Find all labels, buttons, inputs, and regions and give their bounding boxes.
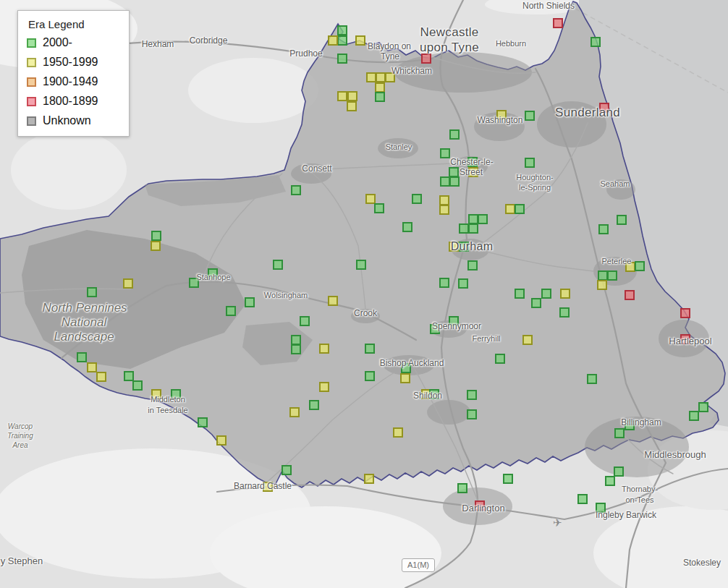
era-marker-2000-[interactable] — [635, 261, 645, 271]
era-marker-2000-[interactable] — [605, 476, 615, 486]
era-marker-2000-[interactable] — [468, 214, 478, 224]
era-marker-1950-1999[interactable] — [319, 382, 329, 392]
era-marker-1950-1999[interactable] — [496, 110, 507, 120]
era-marker-1950-1999[interactable] — [347, 101, 357, 111]
era-marker-2000-[interactable] — [171, 389, 181, 399]
era-marker-2000-[interactable] — [467, 409, 477, 419]
era-marker-2000-[interactable] — [449, 316, 459, 326]
era-marker-2000-[interactable] — [245, 297, 255, 307]
era-marker-2000-[interactable] — [607, 270, 617, 281]
era-marker-1950-1999[interactable] — [364, 474, 374, 484]
era-marker-2000-[interactable] — [375, 92, 385, 102]
era-marker-2000-[interactable] — [291, 335, 301, 345]
era-marker-2000-[interactable] — [365, 344, 375, 354]
era-marker-2000-[interactable] — [337, 25, 347, 35]
era-marker-1950-1999[interactable] — [597, 280, 607, 290]
era-marker-2000-[interactable] — [132, 380, 143, 391]
era-marker-2000-[interactable] — [515, 204, 525, 214]
era-marker-1800-1899[interactable] — [553, 18, 563, 28]
era-marker-1950-1999[interactable] — [439, 195, 449, 205]
era-marker-2000-[interactable] — [531, 298, 541, 308]
era-marker-2000-[interactable] — [77, 352, 87, 362]
era-marker-2000-[interactable] — [273, 260, 283, 270]
era-marker-2000-[interactable] — [525, 111, 535, 121]
era-marker-1950-1999[interactable] — [375, 82, 385, 93]
era-marker-2000-[interactable] — [401, 363, 411, 373]
era-marker-1800-1899[interactable] — [475, 500, 485, 511]
era-marker-1950-1999[interactable] — [393, 427, 403, 438]
era-marker-1950-1999[interactable] — [151, 389, 161, 399]
era-marker-2000-[interactable] — [467, 157, 478, 167]
era-marker-1950-1999[interactable] — [263, 482, 273, 492]
era-marker-2000-[interactable] — [468, 223, 478, 234]
era-marker-2000-[interactable] — [365, 371, 375, 381]
era-marker-1950-1999[interactable] — [449, 242, 459, 252]
era-marker-2000-[interactable] — [429, 389, 439, 399]
era-marker-2000-[interactable] — [300, 316, 310, 326]
era-marker-2000-[interactable] — [617, 215, 627, 225]
era-marker-1950-1999[interactable] — [468, 167, 478, 177]
era-marker-1950-1999[interactable] — [289, 407, 300, 417]
era-marker-2000-[interactable] — [467, 390, 477, 400]
era-marker-2000-[interactable] — [449, 167, 459, 177]
era-marker-1950-1999[interactable] — [522, 335, 533, 345]
era-marker-2000-[interactable] — [614, 428, 625, 438]
era-marker-2000-[interactable] — [337, 54, 347, 64]
era-marker-2000-[interactable] — [291, 185, 301, 195]
era-marker-2000-[interactable] — [440, 148, 450, 158]
era-marker-1950-1999[interactable] — [151, 241, 161, 251]
era-marker-1950-1999[interactable] — [96, 372, 106, 382]
era-marker-1950-1999[interactable] — [376, 72, 386, 82]
era-marker-2000-[interactable] — [440, 176, 450, 187]
era-marker-1950-1999[interactable] — [319, 344, 329, 354]
era-marker-2000-[interactable] — [625, 420, 635, 430]
era-marker-1950-1999[interactable] — [337, 91, 347, 101]
era-marker-2000-[interactable] — [478, 214, 488, 224]
era-marker-2000-[interactable] — [457, 483, 467, 493]
era-marker-2000-[interactable] — [402, 222, 412, 232]
era-marker-2000-[interactable] — [591, 37, 601, 47]
era-marker-2000-[interactable] — [598, 270, 608, 281]
era-marker-2000-[interactable] — [189, 278, 199, 288]
era-marker-2000-[interactable] — [467, 260, 478, 270]
era-marker-1950-1999[interactable] — [366, 72, 376, 82]
era-marker-2000-[interactable] — [495, 354, 505, 364]
era-marker-1950-1999[interactable] — [123, 278, 133, 289]
era-marker-1950-1999[interactable] — [400, 373, 410, 383]
era-marker-1950-1999[interactable] — [328, 296, 338, 306]
era-marker-2000-[interactable] — [459, 223, 469, 234]
era-marker-2000-[interactable] — [596, 503, 606, 513]
era-marker-2000-[interactable] — [541, 289, 551, 299]
era-marker-1950-1999[interactable] — [505, 204, 515, 214]
era-marker-2000-[interactable] — [458, 278, 468, 289]
era-marker-1800-1899[interactable] — [680, 334, 690, 344]
era-marker-1950-1999[interactable] — [347, 91, 357, 101]
era-marker-2000-[interactable] — [337, 35, 347, 46]
era-marker-2000-[interactable] — [598, 224, 609, 234]
era-marker-2000-[interactable] — [291, 344, 301, 354]
era-marker-2000-[interactable] — [226, 306, 236, 316]
era-marker-1950-1999[interactable] — [365, 194, 376, 204]
era-marker-1800-1899[interactable] — [625, 290, 635, 300]
era-marker-2000-[interactable] — [412, 194, 422, 204]
era-marker-2000-[interactable] — [689, 411, 699, 421]
era-marker-1950-1999[interactable] — [216, 435, 227, 446]
era-marker-2000-[interactable] — [430, 324, 440, 334]
era-marker-2000-[interactable] — [356, 260, 366, 270]
era-marker-1800-1899[interactable] — [421, 54, 431, 64]
era-marker-1950-1999[interactable] — [328, 35, 338, 46]
era-marker-2000-[interactable] — [198, 417, 208, 427]
era-marker-2000-[interactable] — [124, 371, 134, 381]
era-marker-2000-[interactable] — [577, 494, 588, 504]
era-marker-1950-1999[interactable] — [560, 289, 570, 299]
era-marker-2000-[interactable] — [459, 242, 469, 252]
era-marker-2000-[interactable] — [439, 278, 449, 288]
era-marker-1950-1999[interactable] — [439, 205, 449, 215]
era-marker-2000-[interactable] — [151, 231, 161, 241]
era-marker-2000-[interactable] — [525, 158, 535, 168]
era-marker-2000-[interactable] — [559, 307, 570, 318]
era-marker-2000-[interactable] — [449, 129, 460, 140]
era-marker-2000-[interactable] — [503, 474, 513, 484]
era-marker-2000-[interactable] — [87, 287, 97, 297]
era-marker-2000-[interactable] — [587, 374, 597, 384]
